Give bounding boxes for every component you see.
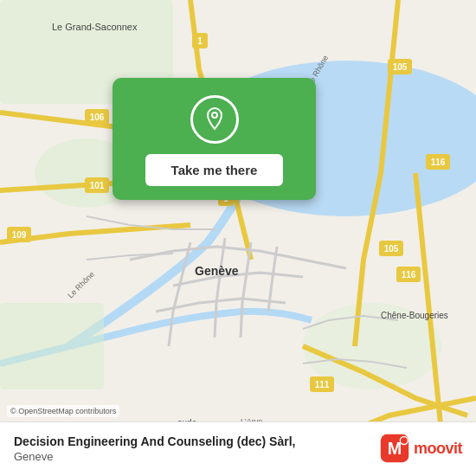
svg-text:Le Grand-Saconnex: Le Grand-Saconnex [52, 22, 138, 32]
moovit-text: moovit [414, 440, 462, 458]
svg-text:Chêne-Bougeries: Chêne-Bougeries [381, 311, 448, 320]
svg-text:M: M [388, 439, 402, 458]
svg-rect-3 [0, 303, 104, 389]
moovit-logo: M moovit [379, 433, 462, 464]
svg-point-37 [400, 437, 408, 445]
map-container: 1 106 101 109 1 105 105 116 116 111 112 … [0, 0, 476, 476]
moovit-icon: M [379, 433, 410, 464]
svg-text:106: 106 [90, 113, 105, 122]
place-info: Decision Engineering And Counseling (dec… [14, 434, 379, 462]
destination-card: Take me there [113, 78, 316, 200]
svg-point-34 [212, 113, 217, 118]
svg-text:105: 105 [384, 244, 399, 254]
take-me-there-button[interactable]: Take me there [145, 154, 284, 186]
svg-text:Genève: Genève [195, 264, 239, 278]
map-credit: © OpenStreetMap contributors [7, 405, 119, 417]
svg-text:111: 111 [315, 380, 330, 389]
place-name: Decision Engineering And Counseling (dec… [14, 434, 379, 449]
svg-text:105: 105 [393, 62, 408, 72]
svg-text:1: 1 [197, 36, 203, 46]
svg-text:101: 101 [90, 181, 105, 190]
location-icon-container [190, 95, 239, 144]
svg-text:109: 109 [12, 230, 27, 240]
svg-text:116: 116 [431, 158, 446, 167]
svg-text:Le Rhône: Le Rhône [66, 270, 96, 300]
place-city: Geneve [14, 450, 379, 463]
bottom-info-panel: Decision Engineering And Counseling (dec… [0, 421, 476, 476]
svg-text:116: 116 [402, 270, 416, 280]
location-pin-icon [202, 106, 228, 132]
